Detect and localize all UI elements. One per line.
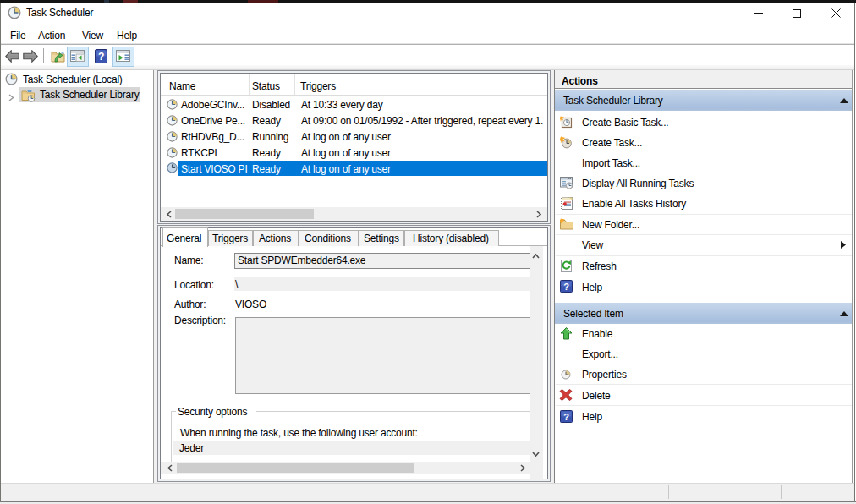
svg-text:?: ? [563, 412, 569, 422]
svg-text:?: ? [563, 282, 569, 292]
svg-text:?: ? [98, 51, 104, 63]
